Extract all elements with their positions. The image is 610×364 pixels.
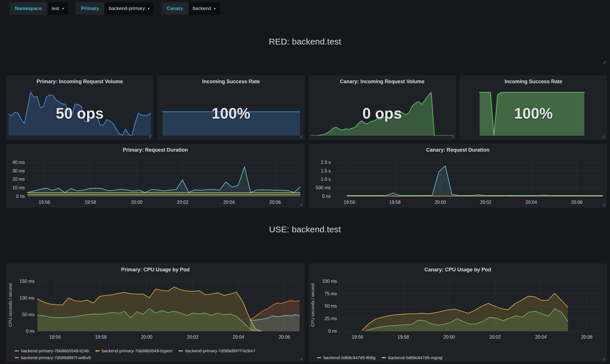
stat-value: 100% — [460, 105, 607, 122]
svg-text:20:00: 20:00 — [131, 200, 142, 205]
svg-text:20:00: 20:00 — [141, 335, 152, 339]
stat-value: 0 ops — [309, 105, 455, 122]
panel-resize-grip[interactable] — [602, 135, 605, 138]
svg-text:20:06: 20:06 — [279, 335, 290, 339]
svg-text:150 ms: 150 ms — [20, 279, 35, 284]
svg-text:25 ms: 25 ms — [324, 316, 337, 321]
grafana-dashboard: Namespace test ▾ Primary backend-primary… — [0, 0, 610, 364]
legend-label: backend-primary-7d589d997f-w4bv8 — [21, 355, 91, 360]
legend-item[interactable]: backend-primary-7d589d997f-9z9m7 — [179, 348, 255, 353]
svg-text:0 ns: 0 ns — [322, 194, 331, 199]
panel-title[interactable]: Incoming Success Rate — [158, 79, 304, 85]
use-section-title: USE: backend.test — [0, 212, 610, 247]
svg-text:20:04: 20:04 — [526, 200, 537, 205]
svg-text:20:02: 20:02 — [177, 200, 188, 205]
svg-text:19:58: 19:58 — [95, 335, 106, 339]
legend-item[interactable]: backend-5d69c847d5-mgvqt — [382, 355, 443, 360]
caret-down-icon: ▾ — [214, 7, 216, 10]
svg-text:20 ms: 20 ms — [12, 177, 25, 182]
svg-text:50 ms: 50 ms — [22, 312, 35, 317]
legend-label: backend-5d69c847d5-mgvqt — [388, 355, 443, 360]
svg-text:2.0 s: 2.0 s — [321, 160, 331, 165]
svg-text:75 ms: 75 ms — [324, 291, 337, 296]
panel-primary-request-duration: Primary: Request Duration 0 ns10 ms20 ms… — [6, 144, 304, 208]
svg-text:20:04: 20:04 — [535, 335, 547, 339]
panel-title[interactable]: Canary: CPU Usage by Pod — [309, 267, 607, 273]
svg-text:1.5 s: 1.5 s — [321, 168, 331, 173]
panel-title[interactable]: Canary: Incoming Request Volume — [309, 79, 455, 85]
legend-item[interactable]: backend-5d69c847d5-l6t9g — [317, 355, 375, 360]
use-section-title-text: USE: backend.test — [269, 225, 341, 234]
legend-item[interactable]: backend-primary-7bb86b5549-lt24b — [15, 348, 89, 353]
legend-label: backend-5d69c847d5-l6t9g — [324, 355, 375, 360]
primary-cpu-usage-graph[interactable]: 0 ns50 ms100 ms150 ms19:5619:5820:0020:0… — [7, 264, 304, 362]
stat-value: 50 ops — [7, 105, 153, 122]
svg-text:20:04: 20:04 — [223, 200, 235, 205]
svg-text:CPU seconds / second: CPU seconds / second — [8, 283, 13, 327]
svg-text:19:56: 19:56 — [39, 200, 50, 205]
primary-cpu-legend: backend-primary-7bb86b5549-lt24bbackend-… — [15, 348, 301, 360]
series-color-swatch-icon — [15, 350, 19, 351]
variable-namespace-value: test — [52, 6, 59, 11]
red-section-title-text: RED: backend.test — [269, 37, 341, 46]
svg-text:0 ns: 0 ns — [16, 194, 25, 199]
legend-label: backend-primary-7bb86b5549-lt24b — [21, 348, 89, 353]
red-stat-row: Primary: Incoming Request Volume 50 ops … — [6, 76, 607, 140]
caret-down-icon: ▾ — [62, 7, 64, 10]
panel-title[interactable]: Incoming Success Rate — [460, 79, 607, 85]
svg-text:20:04: 20:04 — [233, 335, 244, 339]
panel-canary-incoming-success-rate: Incoming Success Rate 100% — [460, 76, 607, 140]
svg-text:0 ns: 0 ns — [26, 329, 35, 334]
variable-canary: Canary backend ▾ — [161, 2, 220, 15]
primary-request-duration-graph[interactable]: 0 ns10 ms20 ms30 ms40 ms19:5619:5820:002… — [7, 144, 304, 207]
legend-item[interactable]: backend-primary-7bb86b5549-lzgwm — [95, 348, 173, 353]
series-color-swatch-icon — [382, 357, 386, 358]
use-cpu-row: Primary: CPU Usage by Pod 0 ns50 ms100 m… — [6, 264, 607, 362]
stat-value: 100% — [158, 105, 304, 122]
svg-text:40 ms: 40 ms — [12, 160, 25, 165]
series-color-swatch-icon — [179, 350, 183, 351]
panel-resize-grip[interactable] — [299, 202, 303, 206]
svg-text:1.0 s: 1.0 s — [321, 177, 331, 182]
panel-resize-grip[interactable] — [602, 202, 605, 206]
panel-resize-grip[interactable] — [602, 60, 606, 64]
variable-namespace-dropdown[interactable]: test ▾ — [47, 2, 68, 15]
panel-resize-grip[interactable] — [451, 135, 454, 138]
svg-text:20:06: 20:06 — [269, 200, 281, 205]
legend-label: backend-primary-7bb86b5549-lzgwm — [102, 348, 173, 353]
panel-resize-grip[interactable] — [148, 135, 152, 138]
variable-primary-dropdown[interactable]: backend-primary ▾ — [104, 2, 154, 15]
panel-primary-incoming-request-volume: Primary: Incoming Request Volume 50 ops — [6, 76, 153, 140]
panel-title[interactable]: Primary: CPU Usage by Pod — [7, 267, 304, 273]
svg-text:19:58: 19:58 — [397, 335, 409, 339]
svg-text:19:58: 19:58 — [389, 200, 401, 205]
panel-resize-grip[interactable] — [299, 135, 303, 138]
canary-cpu-usage-graph[interactable]: 0 ns25 ms50 ms75 ms100 ms19:5619:5820:00… — [309, 264, 607, 362]
svg-text:19:58: 19:58 — [85, 200, 96, 205]
svg-text:20:02: 20:02 — [480, 200, 492, 205]
legend-item[interactable]: backend-primary-7d589d997f-w4bv8 — [15, 355, 91, 360]
variable-canary-dropdown[interactable]: backend ▾ — [189, 2, 220, 15]
svg-text:20:02: 20:02 — [187, 335, 198, 339]
caret-down-icon: ▾ — [148, 7, 150, 10]
panel-primary-incoming-success-rate: Incoming Success Rate 100% — [157, 76, 304, 140]
panel-canary-incoming-request-volume: Canary: Incoming Request Volume 0 ops — [309, 76, 456, 140]
svg-text:20:00: 20:00 — [435, 200, 446, 205]
svg-text:CPU seconds / second: CPU seconds / second — [310, 283, 315, 327]
canary-cpu-legend: backend-5d69c847d5-l6t9gbackend-5d69c847… — [317, 355, 603, 360]
svg-text:20:06: 20:06 — [571, 200, 582, 205]
canary-request-duration-graph[interactable]: 0 ns500 ms1.0 s1.5 s2.0 s19:5619:5820:00… — [309, 144, 607, 207]
svg-text:19:56: 19:56 — [352, 335, 363, 339]
panel-title[interactable]: Primary: Request Duration — [7, 147, 304, 153]
variable-primary-label: Primary — [76, 2, 104, 15]
series-color-swatch-icon — [15, 357, 19, 358]
svg-text:19:56: 19:56 — [49, 335, 61, 339]
legend-label: backend-primary-7d589d997f-9z9m7 — [185, 348, 255, 353]
svg-text:30 ms: 30 ms — [12, 168, 25, 173]
variable-namespace: Namespace test ▾ — [9, 2, 68, 15]
panel-title[interactable]: Canary: Request Duration — [309, 147, 607, 153]
panel-canary-cpu-usage-by-pod: Canary: CPU Usage by Pod 0 ns25 ms50 ms7… — [309, 264, 607, 362]
panel-title[interactable]: Primary: Incoming Request Volume — [7, 79, 153, 85]
panel-canary-request-duration: Canary: Request Duration 0 ns500 ms1.0 s… — [309, 144, 607, 208]
panel-primary-cpu-usage-by-pod: Primary: CPU Usage by Pod 0 ns50 ms100 m… — [6, 264, 304, 362]
